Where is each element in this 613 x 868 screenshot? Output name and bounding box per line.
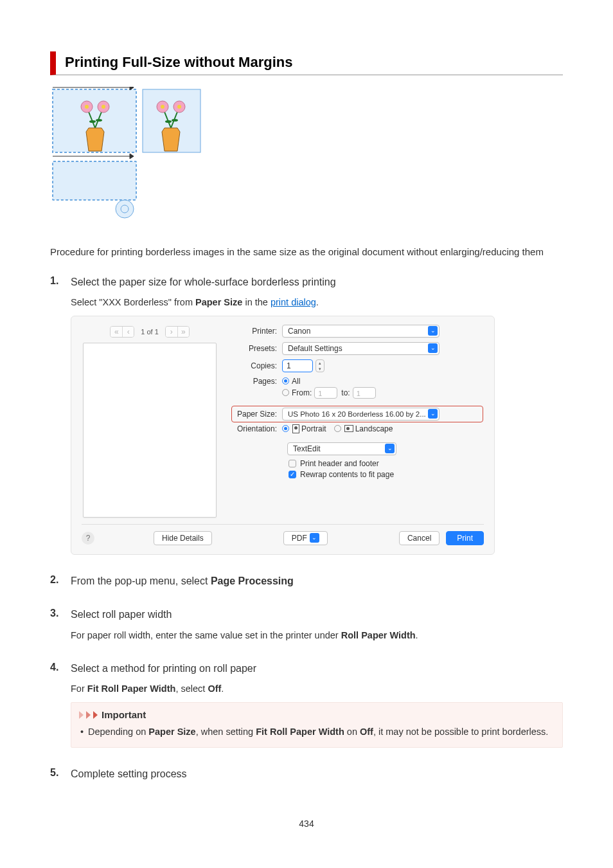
- app-section-select[interactable]: TextEdit ⌄: [287, 442, 396, 455]
- print-dialog-mock: « ‹ 1 of 1 › » Printer:: [71, 316, 495, 555]
- print-button[interactable]: Print: [446, 531, 484, 545]
- copies-label: Copies:: [232, 361, 282, 370]
- rewrap-checkbox[interactable]: ✓: [289, 471, 296, 478]
- svg-marker-12: [130, 154, 134, 159]
- pages-range-radio[interactable]: [282, 389, 289, 396]
- svg-point-19: [165, 120, 172, 123]
- important-chevron-icon: [93, 711, 98, 719]
- important-chevron-icon: [79, 711, 84, 719]
- help-button[interactable]: ?: [82, 532, 94, 545]
- print-header-label: Print header and footer: [300, 459, 379, 468]
- svg-point-3: [89, 120, 96, 123]
- printer-select[interactable]: Canon ⌄: [282, 325, 440, 338]
- chevron-down-icon: ⌄: [428, 409, 438, 419]
- pdf-menu-button[interactable]: PDF ⌄: [283, 531, 328, 545]
- next-page-icon: ›: [166, 327, 177, 337]
- preview-nav-back[interactable]: « ‹: [110, 326, 134, 338]
- svg-point-15: [121, 205, 129, 213]
- from-input[interactable]: 1: [314, 387, 337, 399]
- important-label: Important: [102, 709, 146, 720]
- printer-label: Printer:: [232, 327, 282, 336]
- step-1-title: Select the paper size for whole-surface …: [71, 275, 563, 289]
- steps-list: Select the paper size for whole-surface …: [50, 275, 563, 782]
- portrait-icon: [292, 424, 299, 433]
- chevron-down-icon: ⌄: [385, 444, 395, 453]
- step-4-title: Select a method for printing on roll pap…: [71, 662, 563, 676]
- page-title: Printing Full-Size without Margins: [65, 54, 563, 71]
- illustration-borderless: [50, 87, 563, 228]
- last-page-icon: »: [177, 327, 189, 337]
- svg-point-6: [85, 105, 89, 109]
- pages-label: Pages:: [232, 377, 282, 386]
- important-note: Important Depending on Paper Size, when …: [71, 702, 563, 748]
- intro-paragraph: Procedure for printing borderless images…: [50, 245, 563, 260]
- first-page-icon: «: [111, 327, 122, 337]
- step-3-body: For paper roll width, enter the same val…: [71, 629, 563, 642]
- copies-stepper[interactable]: ▴▾: [315, 359, 324, 372]
- rewrap-label: Rewrap contents to fit page: [300, 470, 394, 479]
- step-1: Select the paper size for whole-surface …: [71, 275, 563, 555]
- print-dialog-link[interactable]: print dialog: [271, 297, 316, 307]
- preview-nav-fwd[interactable]: › »: [165, 326, 190, 338]
- orientation-label: Orientation:: [232, 424, 282, 433]
- step-5-title: Complete setting process: [71, 767, 563, 781]
- prev-page-icon: ‹: [122, 327, 134, 337]
- landscape-icon: [344, 425, 353, 432]
- from-label: From:: [292, 388, 312, 397]
- presets-select[interactable]: Default Settings ⌄: [282, 342, 440, 355]
- svg-point-24: [177, 105, 181, 109]
- svg-rect-13: [53, 161, 136, 200]
- svg-point-22: [161, 105, 164, 109]
- hide-details-button[interactable]: Hide Details: [154, 531, 212, 545]
- important-bullet: Depending on Paper Size, when setting Fi…: [88, 725, 553, 739]
- svg-point-8: [102, 105, 105, 109]
- chevron-down-icon: ⌄: [428, 343, 438, 353]
- step-4: Select a method for printing on roll pap…: [71, 662, 563, 748]
- step-3: Select roll paper width For paper roll w…: [71, 608, 563, 642]
- step-2-title: From the pop-up menu, select Page Proces…: [71, 574, 563, 588]
- diagram-svg: [50, 87, 203, 228]
- step-2: From the pop-up menu, select Page Proces…: [71, 574, 563, 588]
- print-header-checkbox[interactable]: [289, 460, 296, 467]
- presets-label: Presets:: [232, 344, 282, 353]
- paper-size-select[interactable]: US Photo 16 x 20 Borderless 16.00 by 2..…: [282, 408, 440, 420]
- preview-document: [83, 343, 217, 518]
- chevron-down-icon: ⌄: [310, 533, 319, 543]
- page-heading: Printing Full-Size without Margins: [50, 51, 563, 75]
- orientation-landscape-radio[interactable]: [334, 425, 341, 432]
- paper-size-label: Paper Size:: [232, 410, 282, 419]
- to-input[interactable]: 1: [353, 387, 376, 399]
- cancel-button[interactable]: Cancel: [399, 531, 440, 545]
- svg-point-20: [172, 119, 178, 122]
- step-3-title: Select roll paper width: [71, 608, 563, 622]
- landscape-label: Landscape: [355, 424, 393, 433]
- to-label: to:: [341, 388, 350, 397]
- pages-all-label: All: [292, 377, 300, 386]
- copies-input[interactable]: 1: [282, 359, 313, 372]
- important-chevron-icon: [86, 711, 91, 719]
- step-5: Complete setting process: [71, 767, 563, 781]
- page-indicator: 1 of 1: [141, 328, 159, 336]
- chevron-down-icon: ⌄: [428, 326, 438, 336]
- portrait-label: Portrait: [301, 424, 326, 433]
- step-1-body: Select "XXX Borderless" from Paper Size …: [71, 296, 563, 309]
- svg-point-4: [96, 119, 102, 122]
- page-number: 434: [50, 818, 563, 829]
- step-4-body: For Fit Roll Paper Width, select Off.: [71, 682, 563, 696]
- orientation-portrait-radio[interactable]: [282, 425, 289, 432]
- pages-all-radio[interactable]: [282, 377, 289, 384]
